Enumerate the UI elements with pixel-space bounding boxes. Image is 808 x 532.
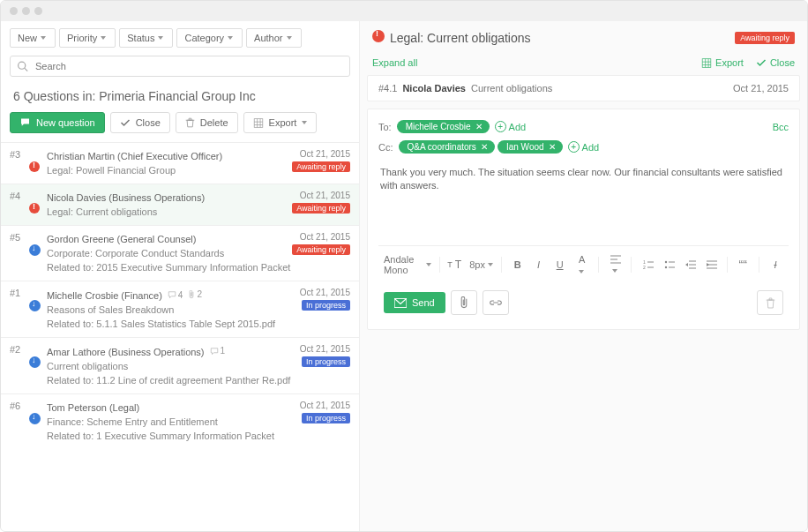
thread-date: Oct 21, 2015 <box>733 83 789 94</box>
filter-author[interactable]: Author <box>246 28 301 48</box>
list-title: 6 Questions in: Primeria Financial Group… <box>1 84 359 112</box>
question-date: Oct 21, 2015 <box>292 232 350 242</box>
detail-header: Legal: Current obligations Awaiting repl… <box>360 21 807 54</box>
message-body[interactable]: Thank you very much. The situation seems… <box>378 157 789 245</box>
question-item[interactable]: #5Gordon Greene (General Counsel)Corpora… <box>1 225 359 281</box>
expand-all-link[interactable]: Expand all <box>372 57 417 68</box>
link-button[interactable] <box>483 290 509 315</box>
cc-chip[interactable]: Ian Wood✕ <box>498 140 563 154</box>
add-cc-recipient[interactable]: +Add <box>568 141 600 153</box>
remove-icon[interactable]: ✕ <box>549 142 556 152</box>
thread-item[interactable]: #4.1 Nicola Davies Current obligations O… <box>367 75 800 101</box>
related-link[interactable]: 5.1.1 Sales Statistics Table Sept 2015.p… <box>96 318 275 329</box>
question-item[interactable]: #1Michelle Crosbie (Finance) 4 2Reasons … <box>1 281 359 337</box>
related-label: Related to: <box>47 375 94 386</box>
filter-status[interactable]: Status <box>119 28 173 48</box>
status-badge: In progress <box>302 413 350 423</box>
thread-author: Nicola Davies <box>402 83 466 94</box>
question-list-pane: New Priority Status Category Author 6 Qu… <box>1 21 360 531</box>
discard-button[interactable] <box>757 290 783 315</box>
to-chip[interactable]: Michelle Crosbie✕ <box>397 120 490 133</box>
table-icon <box>701 58 712 68</box>
quote-button[interactable]: ““ <box>735 256 751 273</box>
attach-button[interactable] <box>451 290 477 315</box>
remove-icon[interactable]: ✕ <box>481 142 488 152</box>
svg-point-20 <box>664 266 666 268</box>
export-button[interactable]: Export <box>243 112 318 133</box>
detail-tools: Expand all Export Close <box>360 54 807 75</box>
indent-button[interactable] <box>703 259 719 271</box>
comment-icon: 4 <box>168 288 183 303</box>
ordered-list-button[interactable]: 12 <box>640 259 655 271</box>
align-button[interactable] <box>607 253 623 276</box>
clear-format-button[interactable]: I <box>767 258 783 272</box>
status-icon <box>29 288 47 331</box>
chip-label: Michelle Crosbie <box>406 122 471 131</box>
related-label: Related to: <box>47 262 94 273</box>
question-idx: #1 <box>10 288 29 331</box>
filter-priority[interactable]: Priority <box>59 28 116 48</box>
question-item[interactable]: #4Nicola Davies (Business Operations)Leg… <box>1 184 359 225</box>
underline-button[interactable]: U <box>552 258 568 272</box>
comment-icon: 1 <box>210 344 226 358</box>
add-to-recipient[interactable]: +Add <box>495 121 527 132</box>
check-icon <box>120 117 131 128</box>
question-idx: #3 <box>10 149 29 177</box>
send-bar: Send <box>378 283 789 322</box>
question-date: Oct 21, 2015 <box>300 401 350 410</box>
question-idx: #2 <box>10 344 29 387</box>
question-idx: #4 <box>10 191 29 219</box>
chat-icon <box>19 117 31 128</box>
status-icon <box>29 149 47 177</box>
app-window: New Priority Status Category Author 6 Qu… <box>0 0 808 532</box>
chevron-down-icon <box>302 121 307 124</box>
chip-label: Ian Wood <box>506 142 544 152</box>
filter-new[interactable]: New <box>10 28 56 48</box>
svg-point-19 <box>664 261 666 263</box>
delete-button[interactable]: Delete <box>176 112 238 133</box>
related-label: Related to: <box>47 318 94 329</box>
mail-icon <box>394 298 407 308</box>
attachment-icon: 2 <box>188 288 202 302</box>
new-question-button[interactable]: New question <box>10 112 105 133</box>
export-link[interactable]: Export <box>701 57 744 68</box>
italic-button[interactable]: I <box>531 258 547 272</box>
text-color-button[interactable]: A <box>573 252 590 277</box>
filter-category[interactable]: Category <box>176 28 243 48</box>
close-button[interactable]: Close <box>110 112 170 133</box>
question-item[interactable]: #3Christian Martin (Chief Executive Offi… <box>1 142 359 184</box>
related-link[interactable]: 2015 Executive Summary Information Packe… <box>96 262 290 273</box>
send-button[interactable]: Send <box>384 292 445 313</box>
svg-point-0 <box>19 62 26 69</box>
status-badge: Awaiting reply <box>292 244 350 255</box>
question-date: Oct 21, 2015 <box>300 344 350 354</box>
close-link[interactable]: Close <box>756 57 795 68</box>
unordered-list-button[interactable] <box>661 259 677 271</box>
trash-icon <box>185 117 195 128</box>
editor-toolbar: Andale Mono TT 8px B I U A 12 <box>378 245 789 283</box>
chip-label: Q&A coordinators <box>408 142 476 152</box>
related-link[interactable]: 1 Executive Summary Information Packet <box>96 431 274 441</box>
bold-button[interactable]: B <box>510 258 526 272</box>
search-input[interactable] <box>10 56 350 77</box>
svg-rect-2 <box>254 118 263 127</box>
window-dot <box>22 7 30 15</box>
outdent-button[interactable] <box>682 259 698 271</box>
font-size-select[interactable]: TT 8px <box>447 259 493 271</box>
question-item[interactable]: #6Tom Peterson (Legal)Finance: Scheme En… <box>1 393 359 449</box>
related-label: Related to: <box>47 431 94 441</box>
detail-pane: Legal: Current obligations Awaiting repl… <box>360 21 807 531</box>
cc-chip[interactable]: Q&A coordinators✕ <box>399 140 495 154</box>
question-date: Oct 21, 2015 <box>300 288 350 297</box>
thread-subject: Current obligations <box>471 83 552 94</box>
to-label: To: <box>378 122 392 132</box>
question-idx: #6 <box>10 401 29 443</box>
status-badge: Awaiting reply <box>292 161 350 172</box>
titlebar <box>1 1 807 21</box>
question-item[interactable]: #2Amar Lathore (Business Operations) 1Cu… <box>1 337 359 393</box>
status-icon <box>29 401 47 443</box>
bcc-link[interactable]: Bcc <box>773 122 789 132</box>
font-select[interactable]: Andale Mono <box>384 254 431 275</box>
related-link[interactable]: 11.2 Line of credit agreement Panther Re… <box>96 375 290 386</box>
remove-icon[interactable]: ✕ <box>475 122 483 131</box>
